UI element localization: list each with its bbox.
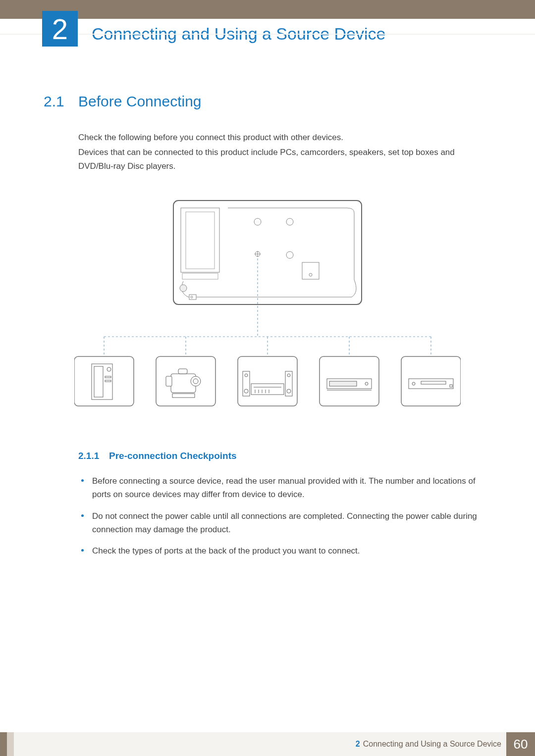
svg-point-36 [287,389,291,393]
page-footer: 2 Connecting and Using a Source Device 6… [0,732,535,756]
footer-chapter-number: 2 [356,740,360,749]
svg-rect-37 [251,384,284,395]
svg-point-35 [287,374,290,377]
svg-rect-23 [105,376,111,378]
footer-stripe-dark [0,732,7,756]
svg-point-32 [245,374,248,377]
section-number: 2.1 [44,93,78,110]
svg-point-33 [244,389,248,393]
monitor-back-panel-icon [173,201,362,304]
svg-rect-29 [178,369,187,374]
footer-spacer [14,732,356,756]
set-top-box-icon [327,379,372,390]
svg-point-10 [180,285,187,292]
checkpoint-list: Before connecting a source device, read … [78,474,491,557]
svg-rect-49 [421,381,446,384]
svg-point-6 [286,252,293,258]
svg-rect-51 [450,385,452,387]
svg-point-50 [412,382,415,385]
top-brown-bar [0,0,535,19]
svg-rect-21 [94,366,103,397]
svg-rect-45 [329,381,357,386]
list-item: Do not connect the power cable until all… [78,509,491,536]
dvd-player-icon [409,379,453,389]
footer-page-number: 60 [506,732,535,756]
svg-point-46 [365,382,368,385]
header-rule [0,34,535,35]
pc-tower-icon [92,364,112,400]
list-item: Before connecting a source device, read … [78,474,491,501]
intro-paragraph-1: Check the following before you connect t… [78,131,491,145]
section-heading: 2.1 Before Connecting [44,93,491,110]
svg-rect-3 [182,273,218,279]
chapter-header: 2 Connecting and Using a Source Device [0,19,535,49]
section-title: Before Connecting [78,93,202,110]
footer-stripe-light [7,732,14,756]
svg-rect-30 [172,394,195,398]
svg-rect-8 [302,262,319,279]
subsection-heading: 2.1.1 Pre-connection Checkpoints [78,451,491,461]
svg-point-9 [309,273,312,276]
connection-diagram [74,198,461,421]
subsection-title: Pre-connection Checkpoints [109,451,237,461]
svg-rect-24 [105,380,111,382]
page-content: 2.1 Before Connecting Check the followin… [0,49,535,557]
footer-chapter-label: 2 Connecting and Using a Source Device [356,732,506,756]
svg-rect-2 [186,212,214,269]
list-item: Check the types of ports at the back of … [78,544,491,557]
svg-point-22 [107,367,111,371]
svg-point-4 [254,218,261,225]
svg-point-27 [193,379,198,384]
footer-chapter-title: Connecting and Using a Source Device [363,740,501,749]
intro-paragraph-2: Devices that can be connected to this pr… [78,146,491,173]
svg-rect-28 [166,376,172,386]
section-intro: Check the following before you connect t… [78,131,491,173]
chapter-number-badge: 2 [42,11,78,47]
subsection-number: 2.1.1 [78,451,109,461]
svg-point-5 [286,218,293,225]
